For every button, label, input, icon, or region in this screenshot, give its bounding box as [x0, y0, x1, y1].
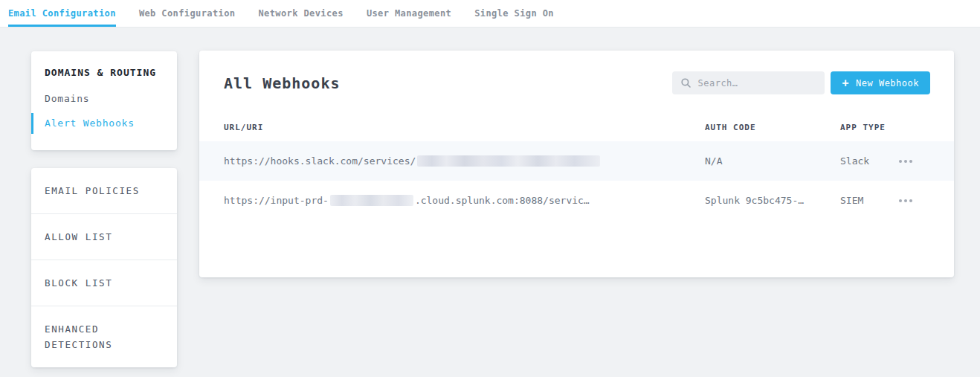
tab-user-management[interactable]: User Management — [367, 0, 451, 27]
auth-code-cell: Splunk 9c5bc475-… — [705, 195, 840, 206]
column-header-url: URL/URI — [224, 123, 705, 132]
sidebar-item-enhanced-detections[interactable]: ENHANCED DETECTIONS — [31, 306, 177, 367]
tab-web-configuration[interactable]: Web Configuration — [139, 0, 236, 27]
webhook-url-prefix: https://hooks.slack.com/services/ — [224, 155, 416, 167]
tab-email-configuration[interactable]: Email Configuration — [8, 0, 116, 27]
app-type-cell: Slack — [840, 155, 897, 167]
ellipsis-icon — [899, 199, 902, 202]
tab-network-devices[interactable]: Network Devices — [259, 0, 344, 27]
table-row: https://input-prd- .cloud.splunk.com:808… — [199, 181, 954, 220]
row-actions-menu-button[interactable] — [897, 155, 914, 167]
sidebar-item-block-list[interactable]: BLOCK LIST — [31, 260, 177, 306]
webhook-url-prefix: https://input-prd- — [224, 195, 329, 206]
row-actions-menu-button[interactable] — [897, 195, 914, 207]
search-box[interactable] — [672, 71, 825, 94]
top-nav: Email Configuration Web Configuration Ne… — [0, 0, 980, 28]
sidebar-heading-domains-routing: DOMAINS & ROUTING — [31, 67, 177, 78]
page-title: All Webhooks — [224, 74, 341, 92]
webhook-url-cell: https://input-prd- .cloud.splunk.com:808… — [224, 195, 705, 206]
new-webhook-label: New Webhook — [856, 78, 919, 88]
column-header-auth-code: AUTH CODE — [705, 123, 840, 132]
search-icon — [681, 78, 691, 88]
new-webhook-button[interactable]: + New Webhook — [831, 71, 930, 94]
redacted-url-segment — [417, 155, 600, 167]
webhooks-panel: All Webhooks + New Webhook URL/URI AUTH … — [199, 51, 954, 277]
app-type-cell: SIEM — [840, 195, 897, 206]
sidebar-item-allow-list[interactable]: ALLOW LIST — [31, 213, 177, 260]
table-header: URL/URI AUTH CODE APP TYPE — [199, 123, 954, 132]
panel-header: All Webhooks + New Webhook — [199, 51, 954, 94]
ellipsis-icon — [899, 160, 902, 163]
table-row: https://hooks.slack.com/services/ N/A Sl… — [199, 141, 954, 181]
sidebar-domains-routing-card: DOMAINS & ROUTING Domains Alert Webhooks — [31, 51, 177, 150]
auth-code-cell: N/A — [705, 155, 840, 167]
sidebar-item-domains[interactable]: Domains — [31, 88, 177, 109]
sidebar-item-email-policies[interactable]: EMAIL POLICIES — [31, 168, 177, 213]
webhook-url-cell: https://hooks.slack.com/services/ — [224, 155, 705, 167]
column-header-app-type: APP TYPE — [840, 123, 897, 132]
plus-icon: + — [842, 77, 849, 90]
redacted-url-segment — [330, 195, 413, 206]
tab-single-sign-on[interactable]: Single Sign On — [474, 0, 554, 27]
sidebar-sections-card: EMAIL POLICIES ALLOW LIST BLOCK LIST ENH… — [31, 168, 177, 367]
sidebar-item-alert-webhooks[interactable]: Alert Webhooks — [31, 113, 177, 134]
search-input[interactable] — [697, 78, 816, 88]
webhook-url-suffix: .cloud.splunk.com:8088/servic… — [415, 195, 590, 206]
